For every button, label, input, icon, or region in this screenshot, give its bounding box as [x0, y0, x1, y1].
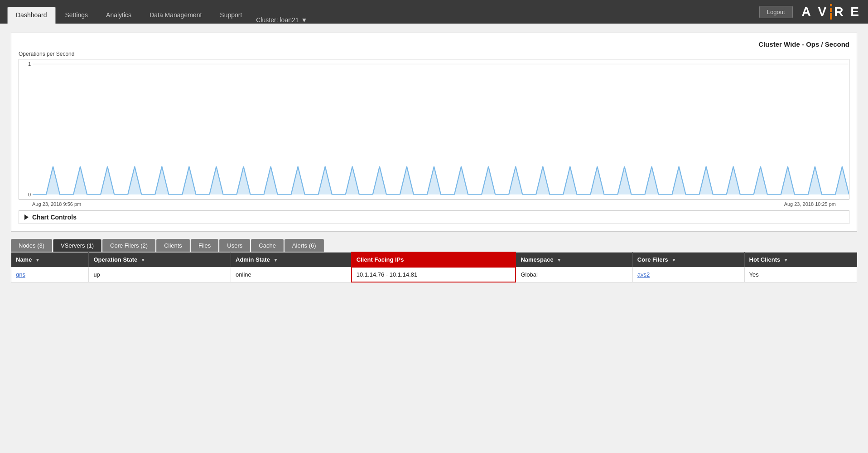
- tab-alerts[interactable]: Alerts (6): [285, 239, 324, 252]
- sort-arrow-icon: ▼: [274, 258, 278, 263]
- timestamp-start: Aug 23, 2018 9:56 pm: [32, 201, 81, 207]
- tab-support[interactable]: Support: [211, 7, 251, 24]
- tab-core-filers[interactable]: Core Filers (2): [102, 239, 155, 252]
- dropdown-arrow-icon: ▼: [301, 16, 308, 24]
- table-row: gns up online 10.1.14.76 - 10.1.14.81 Gl…: [11, 267, 857, 282]
- chart-title: Operations per Second: [19, 51, 849, 57]
- vserver-name-link[interactable]: gns: [16, 271, 25, 278]
- col-client-facing-ips[interactable]: Client Facing IPs: [352, 252, 516, 267]
- col-hot-clients[interactable]: Hot Clients ▼: [744, 252, 857, 267]
- chart-controls[interactable]: Chart Controls: [19, 210, 849, 224]
- table-section: Nodes (3) VServers (1) Core Filers (2) C…: [11, 239, 857, 283]
- tab-row: Nodes (3) VServers (1) Core Filers (2) C…: [11, 239, 857, 252]
- sort-arrow-icon: ▼: [35, 258, 40, 263]
- sort-arrow-icon: ▼: [557, 258, 561, 263]
- chart-controls-label: Chart Controls: [32, 214, 77, 221]
- svg-marker-1: [33, 166, 849, 195]
- triangle-right-icon: [24, 214, 29, 220]
- header-right: Logout A V R E: [759, 4, 861, 19]
- tab-data-management[interactable]: Data Management: [141, 7, 210, 24]
- timestamp-end: Aug 23, 2018 10:25 pm: [784, 201, 836, 207]
- main-content: Cluster Wide - Ops / Second Operations p…: [0, 24, 868, 292]
- chart-wide-title: Cluster Wide - Ops / Second: [19, 40, 849, 48]
- tab-settings[interactable]: Settings: [57, 7, 97, 24]
- sort-arrow-icon: ▼: [784, 258, 788, 263]
- tab-nodes[interactable]: Nodes (3): [11, 239, 52, 252]
- logout-button[interactable]: Logout: [759, 6, 793, 18]
- cluster-label: Cluster: loan21: [256, 16, 299, 24]
- cell-name: gns: [11, 267, 89, 282]
- avere-logo: A V R E: [802, 4, 861, 19]
- col-namespace[interactable]: Namespace ▼: [516, 252, 632, 267]
- y-label-bottom: 0: [19, 192, 33, 197]
- table-header-row: Name ▼ Operation State ▼ Admin State ▼ C…: [11, 252, 857, 267]
- vservers-table: Name ▼ Operation State ▼ Admin State ▼ C…: [11, 252, 857, 283]
- tab-clients[interactable]: Clients: [156, 239, 190, 252]
- chart-y-axis: 1 0: [19, 59, 33, 199]
- cell-core-filers: avs2: [632, 267, 744, 282]
- col-admin-state[interactable]: Admin State ▼: [231, 252, 352, 267]
- tab-users[interactable]: Users: [219, 239, 250, 252]
- cell-admin-state: online: [231, 267, 352, 282]
- nav-tabs: Dashboard Settings Analytics Data Manage…: [7, 0, 307, 24]
- tab-files[interactable]: Files: [191, 239, 218, 252]
- sort-arrow-icon: ▼: [141, 258, 145, 263]
- cell-namespace: Global: [516, 267, 632, 282]
- chart-svg: [33, 59, 849, 199]
- cell-client-facing-ips: 10.1.14.76 - 10.1.14.81: [352, 267, 516, 282]
- col-core-filers[interactable]: Core Filers ▼: [632, 252, 744, 267]
- tab-analytics[interactable]: Analytics: [97, 7, 140, 24]
- sort-arrow-icon: ▼: [671, 258, 676, 263]
- chart-container: 1 0: [19, 59, 849, 200]
- cluster-selector[interactable]: Cluster: loan21 ▼: [256, 16, 307, 24]
- chart-timestamps: Aug 23, 2018 9:56 pm Aug 23, 2018 10:25 …: [19, 201, 849, 207]
- col-operation-state[interactable]: Operation State ▼: [89, 252, 231, 267]
- header: Dashboard Settings Analytics Data Manage…: [0, 0, 868, 24]
- chart-section: Cluster Wide - Ops / Second Operations p…: [11, 33, 857, 232]
- col-name[interactable]: Name ▼: [11, 252, 89, 267]
- core-filers-link[interactable]: avs2: [637, 271, 650, 278]
- tab-vservers[interactable]: VServers (1): [53, 239, 101, 252]
- tab-dashboard[interactable]: Dashboard: [7, 7, 56, 24]
- y-label-top: 1: [19, 61, 33, 67]
- cell-operation-state: up: [89, 267, 231, 282]
- tab-cache[interactable]: Cache: [251, 239, 284, 252]
- logo-bar-icon: [830, 4, 832, 19]
- cell-hot-clients: Yes: [744, 267, 857, 282]
